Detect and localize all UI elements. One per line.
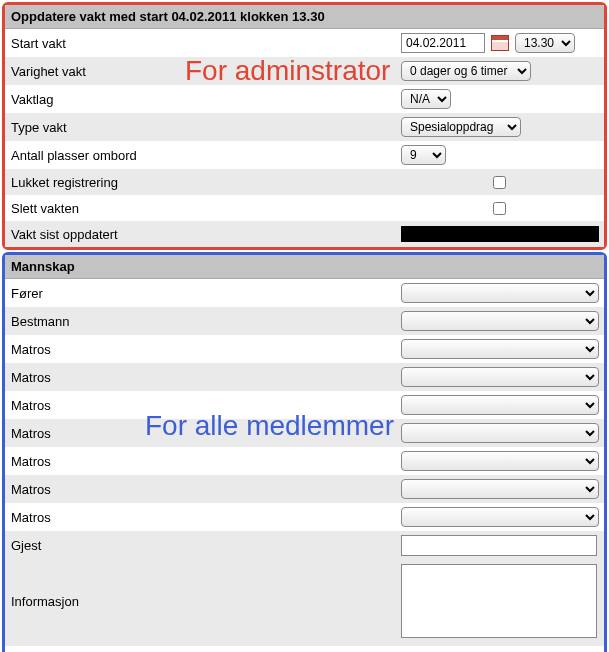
start-vakt-label: Start vakt [11, 36, 401, 51]
row-start-vakt: Start vakt 13.30 [5, 29, 604, 57]
type-select[interactable]: Spesialoppdrag [401, 117, 521, 137]
row-type: Type vakt Spesialoppdrag [5, 113, 604, 141]
crew-role-select[interactable] [401, 451, 599, 471]
start-date-input[interactable] [401, 33, 485, 53]
crew-role-select[interactable] [401, 423, 599, 443]
crew-role-label: Matros [11, 398, 401, 413]
crew-header: Mannskap [5, 255, 604, 279]
closed-checkbox[interactable] [493, 176, 506, 189]
crew-role-select[interactable] [401, 339, 599, 359]
crew-role-label: Fører [11, 286, 401, 301]
delete-checkbox[interactable] [493, 202, 506, 215]
crew-role-label: Matros [11, 426, 401, 441]
crew-role-label: Bestmann [11, 314, 401, 329]
crew-role-label: Matros [11, 370, 401, 385]
row-crew-role: Matros [5, 391, 604, 419]
crew-section: For alle medlemmer Mannskap FørerBestman… [2, 252, 607, 652]
row-crew-role: Matros [5, 447, 604, 475]
row-info: Informasjon [5, 560, 604, 646]
duration-select[interactable]: 0 dager og 6 timer [401, 61, 531, 81]
start-time-select[interactable]: 13.30 [515, 33, 575, 53]
row-crew-role: Matros [5, 363, 604, 391]
crew-role-select[interactable] [401, 479, 599, 499]
duration-label: Varighet vakt [11, 64, 401, 79]
row-crew-role: Fører [5, 279, 604, 307]
row-duration: Varighet vakt 0 dager og 6 timer [5, 57, 604, 85]
info-textarea[interactable] [401, 564, 597, 638]
row-crew-role: Matros [5, 475, 604, 503]
places-select[interactable]: 9 [401, 145, 446, 165]
closed-label: Lukket registrering [11, 175, 401, 190]
crew-role-label: Matros [11, 510, 401, 525]
crew-role-select[interactable] [401, 367, 599, 387]
admin-section: For adminstrator Oppdatere vakt med star… [2, 2, 607, 250]
type-label: Type vakt [11, 120, 401, 135]
delete-label: Slett vakten [11, 201, 401, 216]
crew-role-label: Matros [11, 342, 401, 357]
row-save: Lagre vakt [5, 646, 604, 652]
crew-role-label: Matros [11, 454, 401, 469]
crew-role-select[interactable] [401, 507, 599, 527]
gjest-label: Gjest [11, 538, 401, 553]
updated-value-redacted [401, 226, 599, 242]
row-places: Antall plasser ombord 9 [5, 141, 604, 169]
crew-role-select[interactable] [401, 283, 599, 303]
crew-role-select[interactable] [401, 311, 599, 331]
row-delete: Slett vakten [5, 195, 604, 221]
row-updated: Vakt sist oppdatert [5, 221, 604, 247]
info-label: Informasjon [11, 564, 401, 609]
crew-role-select[interactable] [401, 395, 599, 415]
places-label: Antall plasser ombord [11, 148, 401, 163]
vaktlag-select[interactable]: N/A [401, 89, 451, 109]
row-closed: Lukket registrering [5, 169, 604, 195]
row-crew-role: Matros [5, 335, 604, 363]
gjest-input[interactable] [401, 535, 597, 556]
admin-header: Oppdatere vakt med start 04.02.2011 klok… [5, 5, 604, 29]
row-crew-role: Matros [5, 503, 604, 531]
row-vaktlag: Vaktlag N/A [5, 85, 604, 113]
row-crew-role: Matros [5, 419, 604, 447]
row-gjest: Gjest [5, 531, 604, 560]
updated-label: Vakt sist oppdatert [11, 227, 401, 242]
vaktlag-label: Vaktlag [11, 92, 401, 107]
crew-role-label: Matros [11, 482, 401, 497]
calendar-icon[interactable] [491, 35, 509, 51]
row-crew-role: Bestmann [5, 307, 604, 335]
